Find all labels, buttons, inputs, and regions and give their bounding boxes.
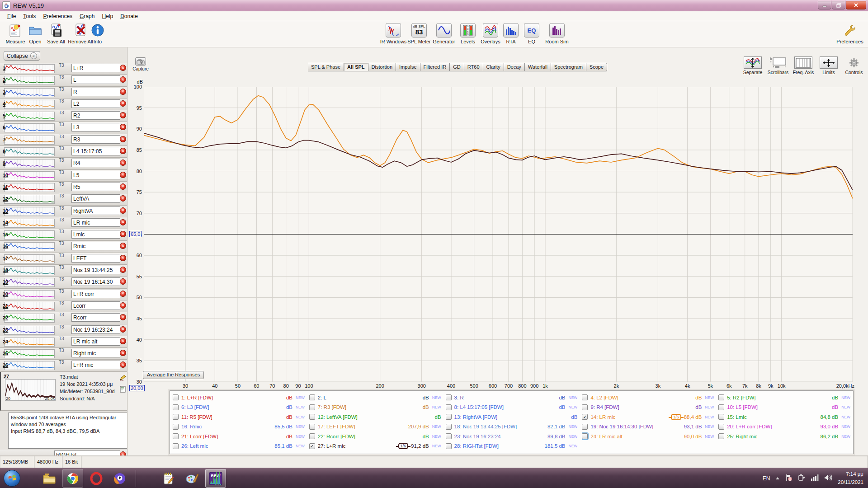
measurement-row[interactable]: 24 T3 LR mic alt ✕: [0, 336, 127, 348]
trace-checkbox[interactable]: [173, 443, 179, 449]
notes-icon[interactable]: [120, 386, 126, 394]
measurement-row[interactable]: 19 T3 Νοε 19 16:14:30 ✕: [0, 277, 127, 288]
legend-entry[interactable]: 21: Lcorr [FDW] dB NEW: [173, 432, 305, 441]
trace-checkbox[interactable]: [718, 433, 724, 439]
trace-checkbox[interactable]: [309, 433, 315, 439]
tray-expand-icon[interactable]: [775, 475, 780, 482]
trace-checkbox[interactable]: [173, 394, 179, 400]
spl-plot[interactable]: [144, 87, 853, 382]
info-button[interactable]: Info: [89, 23, 107, 44]
taskbar-rew-button[interactable]: REW: [205, 469, 226, 488]
measurement-row[interactable]: 18 T3 Νοε 19 13:44:25 ✕: [0, 265, 127, 277]
collapse-button[interactable]: Collapse «: [4, 51, 40, 61]
graph-tab[interactable]: Spectrogram: [551, 63, 586, 71]
delete-measurement-button[interactable]: ✕: [120, 451, 126, 455]
legend-entry[interactable]: ✓ 27: L+R mic 1/6 91,2 dB NEW: [309, 441, 441, 451]
legend-entry[interactable]: 8: L4 15:17:05 [FDW] dB NEW: [446, 403, 578, 413]
measurement-row[interactable]: 20 T3 L+R corr ✕: [0, 289, 127, 300]
menu-graph[interactable]: Graph: [76, 12, 98, 20]
trace-checkbox[interactable]: [446, 404, 452, 410]
ir-windows-button[interactable]: IR Windows: [379, 23, 408, 44]
legend-entry[interactable]: 16: Rmic 85,5 dB NEW: [173, 422, 305, 432]
trace-checkbox[interactable]: [718, 404, 724, 410]
legend-entry[interactable]: 10: L5 [FDW] dB NEW: [718, 403, 850, 413]
measurement-name-field[interactable]: L5: [71, 171, 120, 179]
legend-entry[interactable]: ✓ 14: LR mic 1/6 88,4 dB NEW: [582, 412, 714, 422]
taskbar-chrome-button[interactable]: [62, 469, 83, 488]
trace-checkbox[interactable]: [718, 424, 724, 430]
measurement-name-field[interactable]: L+R corr: [71, 290, 120, 298]
measurement-row[interactable]: 8 T3 L4 15:17:05 ✕: [0, 146, 127, 158]
measurement-row[interactable]: 23 T3 Νοε 19 16:23:24 ✕: [0, 324, 127, 336]
measurement-row[interactable]: 17 T3 LEFT ✕: [0, 253, 127, 265]
taskbar-notepad-button[interactable]: [158, 469, 179, 488]
measurement-row[interactable]: 13 T3 RightVA ✕: [0, 206, 127, 217]
taskbar-privacy-browser-button[interactable]: [109, 469, 130, 488]
delete-measurement-button[interactable]: ✕: [120, 219, 126, 225]
eq-button[interactable]: EQ EQ: [523, 23, 541, 44]
trace-checkbox[interactable]: [173, 414, 179, 420]
trace-checkbox[interactable]: ✓: [309, 443, 315, 449]
limits-button[interactable]: Limits: [818, 56, 839, 75]
measurement-notes-field[interactable]: 65536-point 1/48 octave RTA using Rectan…: [8, 413, 127, 449]
measurement-name-field[interactable]: LR mic alt: [71, 337, 120, 346]
trace-checkbox[interactable]: [446, 433, 452, 439]
measurement-row[interactable]: 16 T3 Rmic ✕: [0, 241, 127, 253]
delete-measurement-button[interactable]: ✕: [120, 255, 126, 261]
legend-entry[interactable]: 1: L+R [FDW] dB NEW: [173, 393, 305, 403]
delete-measurement-button[interactable]: ✕: [120, 124, 126, 130]
measurement-row[interactable]: 11 T3 R5 ✕: [0, 182, 127, 193]
measurement-row[interactable]: 1 T3 L+R ✕: [0, 63, 127, 75]
average-responses-button[interactable]: Average the Responses: [143, 371, 204, 379]
delete-measurement-button[interactable]: ✕: [120, 183, 126, 190]
measurement-name-field[interactable]: L+R mic: [71, 361, 120, 369]
measurement-row[interactable]: 9 T3 R4 ✕: [0, 158, 127, 169]
start-button[interactable]: [4, 470, 20, 487]
measurement-name-field[interactable]: Lcorr: [71, 301, 120, 310]
delete-measurement-button[interactable]: ✕: [120, 291, 126, 297]
legend-entry[interactable]: 28: RIGHTst [FDW] 181,5 dB NEW: [446, 441, 578, 451]
measurement-name-field[interactable]: Lmic: [71, 230, 120, 239]
measurement-name-field[interactable]: L: [71, 75, 120, 84]
legend-entry[interactable]: 6: L3 [FDW] dB NEW: [173, 403, 305, 413]
rta-button[interactable]: RTA: [501, 23, 521, 44]
trace-checkbox[interactable]: [582, 394, 588, 400]
measurement-row[interactable]: 15 T3 Lmic ✕: [0, 229, 127, 241]
measurement-name-field[interactable]: Νοε 19 16:23:24: [71, 325, 120, 334]
measurement-name-field[interactable]: LEFT: [71, 254, 120, 263]
measurement-row[interactable]: 25 T3 Right mic ✕: [0, 348, 127, 360]
delete-measurement-button[interactable]: ✕: [120, 350, 126, 356]
measurement-row[interactable]: RIGHTst ✕: [0, 450, 127, 455]
measurement-row[interactable]: 22 T3 Rcorr ✕: [0, 312, 127, 324]
edit-pencil-icon[interactable]: [119, 375, 126, 382]
measurement-row[interactable]: 3 T3 R ✕: [0, 87, 127, 99]
trace-checkbox[interactable]: [309, 424, 315, 430]
graph-tab[interactable]: SPL & Phase: [308, 63, 344, 71]
level-cursor-value[interactable]: 65,0: [129, 231, 142, 237]
legend-entry[interactable]: 20: L+R corr [FDW] 93,0 dB NEW: [718, 422, 850, 432]
delete-measurement-button[interactable]: ✕: [120, 160, 126, 166]
taskbar-opera-button[interactable]: [86, 469, 107, 488]
action-center-flag-icon[interactable]: [785, 474, 793, 483]
delete-measurement-button[interactable]: ✕: [120, 172, 126, 178]
graph-tab[interactable]: GD: [450, 63, 464, 71]
language-indicator[interactable]: EN: [763, 475, 770, 482]
delete-measurement-button[interactable]: ✕: [120, 267, 126, 273]
delete-measurement-button[interactable]: ✕: [120, 207, 126, 214]
trace-checkbox[interactable]: [718, 414, 724, 420]
graph-tab[interactable]: Filtered IR: [420, 63, 450, 71]
measurement-row[interactable]: 14 T3 LR mic ✕: [0, 217, 127, 229]
menu-donate[interactable]: Donate: [117, 12, 142, 20]
delete-measurement-button[interactable]: ✕: [120, 314, 126, 320]
legend-entry[interactable]: 13: RightVA [FDW] dB: [446, 412, 578, 422]
trace-checkbox[interactable]: [173, 424, 179, 430]
delete-measurement-button[interactable]: ✕: [120, 338, 126, 344]
taskbar-clock[interactable]: 7:14 μμ 20/11/2021: [838, 470, 863, 486]
scrollbars-button[interactable]: Scrollbars: [768, 56, 788, 75]
network-signal-icon[interactable]: [811, 474, 819, 482]
trace-checkbox[interactable]: [446, 394, 452, 400]
menu-tools[interactable]: Tools: [19, 12, 39, 20]
legend-entry[interactable]: 3: R dB NEW: [446, 393, 578, 403]
delete-measurement-button[interactable]: ✕: [120, 100, 126, 107]
legend-entry[interactable]: 2: L dB NEW: [309, 393, 441, 403]
